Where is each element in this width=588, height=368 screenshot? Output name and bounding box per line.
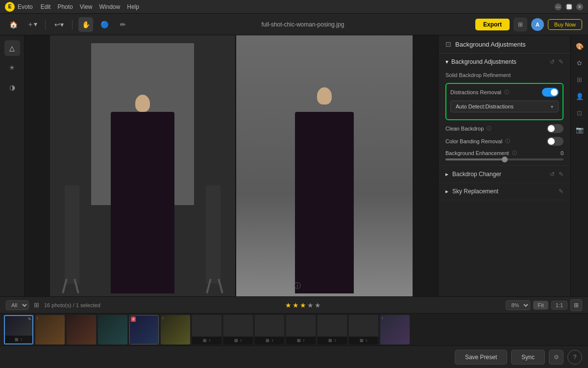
sidebar-icon-sun[interactable]: ☀ [4,60,20,76]
background-enhancement-text: Background Enhancement [445,150,509,156]
filmstrip-thumb-3[interactable] [67,315,96,344]
sky-replacement-copy-icon[interactable]: ✎ [559,188,564,195]
mini-icon-flower[interactable]: ✿ [573,56,587,70]
color-banding-removal-toggle[interactable] [547,137,564,146]
panel-header-icon: ⊡ [445,40,451,48]
clean-backdrop-info-icon[interactable]: ⓘ [487,125,491,132]
export-button[interactable]: Export [475,19,510,30]
view-grid-button[interactable]: ⊞ [570,299,582,311]
background-enhancement-label: Background Enhancement ⓘ [445,150,517,157]
backdrop-changer-item[interactable]: ▸ Backdrop Changer ↺ ✎ [439,166,570,183]
background-adjustments-section: ▾ Background Adjustments ↺ ✎ Solid Backd… [439,53,570,166]
background-enhancement-info-icon[interactable]: ⓘ [512,150,517,157]
menu-bar: E Evoto Edit Photo View Window Help — ⬜ … [0,0,588,14]
filmstrip-thumb-8[interactable]: ⊞ ↑ [223,315,253,344]
menu-item-photo[interactable]: Photo [57,3,73,10]
section-actions: ↺ ✎ [550,58,564,65]
clean-backdrop-toggle[interactable] [547,124,564,133]
background-enhancement-slider-handle[interactable] [502,157,508,162]
logo-icon: E [5,2,15,12]
photo-after-panel [236,35,413,296]
buy-now-button[interactable]: Buy Now [548,19,582,30]
filmstrip-thumb-5[interactable]: 8 [129,315,159,344]
filmstrip: ✎ ⊞ ↑ ↑ 8 ↑ [0,314,588,345]
star-4[interactable]: ★ [307,301,314,309]
mini-icon-layers[interactable]: ⊡ [573,106,587,120]
info-button[interactable]: ⓘ [294,282,301,290]
sky-replacement-actions: ✎ [559,188,564,195]
distractions-dropdown[interactable]: Auto Detect:Distractions ▾ [450,101,559,112]
filmstrip-thumb-2[interactable]: ↑ [35,315,65,344]
filmstrip-thumb-7[interactable]: ⊞ ↑ [192,315,221,344]
mini-icon-grid[interactable]: ⊞ [573,73,587,86]
backdrop-changer-copy-icon[interactable]: ✎ [559,171,564,178]
mini-icon-palette[interactable]: 🎨 [573,39,587,53]
bottom-action-bar: Save Preset Sync ⚙ ? [0,345,588,368]
star-3[interactable]: ★ [300,301,306,309]
window-controls: — ⬜ ✕ [555,3,583,10]
dropdown-value-text: Auto Detect:Distractions [456,104,514,109]
star-1[interactable]: ★ [285,301,292,309]
distractions-info-icon[interactable]: ⓘ [504,89,509,96]
clean-backdrop-text: Clean Backdrop [445,126,484,131]
section-header[interactable]: ▾ Background Adjustments ↺ ✎ [439,53,570,70]
distractions-highlight-box: Distractions Removal ⓘ Auto Detect:Distr… [445,83,564,120]
filmstrip-thumb-13[interactable]: ↑ [380,315,410,344]
reset-icon[interactable]: ↺ [550,58,555,65]
zoom-select[interactable]: 8% [506,300,530,310]
sidebar-icon-triangle[interactable]: △ [4,40,20,56]
sky-replacement-item[interactable]: ▸ Sky Replacement ✎ [439,183,570,200]
filmstrip-thumb-6[interactable]: ↑ [161,315,190,344]
close-button[interactable]: ✕ [576,3,583,10]
undo-button[interactable]: ↩▾ [51,17,66,32]
left-sidebar: △ ☀ ◑ [0,35,24,296]
menu-item-window[interactable]: Window [99,3,121,10]
mini-icon-person[interactable]: 👤 [573,89,587,103]
stamp-tool-button[interactable]: 🔵 [97,17,112,32]
brush-tool-button[interactable]: ✏ [116,17,130,32]
home-button[interactable]: 🏠 [6,17,21,32]
clean-backdrop-knob [548,125,555,132]
backdrop-changer-text: Backdrop Changer [452,171,501,178]
sync-button[interactable]: Sync [511,350,545,365]
copy-icon[interactable]: ✎ [559,58,564,65]
right-panel: ⊡ Background Adjustments ▾ Background Ad… [438,35,570,296]
menu-item-view[interactable]: View [80,3,93,10]
one-to-one-button[interactable]: 1:1 [551,301,567,310]
background-enhancement-value: 0 [561,150,564,156]
filmstrip-thumb-4[interactable] [98,315,127,344]
menu-item-evoto[interactable]: Evoto [18,3,33,10]
save-preset-button[interactable]: Save Preset [455,350,507,365]
distractions-removal-toggle[interactable] [542,88,559,97]
color-banding-removal-knob [548,138,555,145]
right-mini-sidebar: 🎨 ✿ ⊞ 👤 ⊡ 📷 [570,35,588,296]
add-button[interactable]: ＋▾ [24,17,39,32]
filmstrip-thumb-11[interactable]: ⊞ ↑ [318,315,347,344]
color-banding-info-icon[interactable]: ⓘ [505,138,510,145]
help-button[interactable]: ? [567,350,582,365]
rating-stars: ★ ★ ★ ★ ★ [285,301,321,309]
filmstrip-thumb-1[interactable]: ✎ ⊞ ↑ [4,315,33,344]
filmstrip-thumb-9[interactable]: ⊞ ↑ [255,315,284,344]
user-avatar[interactable]: A [531,18,544,31]
thumb-icon-2: ↑ [21,337,23,342]
filter-select[interactable]: All [6,300,29,310]
star-5[interactable]: ★ [315,301,321,309]
menu-item-edit[interactable]: Edit [41,3,51,10]
filmstrip-thumb-10[interactable]: ⊞ ↑ [286,315,316,344]
maximize-button[interactable]: ⬜ [565,3,572,10]
sidebar-icon-clock[interactable]: ◑ [4,79,20,95]
separator-1 [45,20,46,29]
settings-icon-button[interactable]: ⚙ [549,350,564,365]
fit-button[interactable]: Fit [533,301,548,310]
save-icon-button[interactable]: ⊞ [514,18,527,31]
menu-item-help[interactable]: Help [127,3,139,10]
backdrop-changer-reset-icon[interactable]: ↺ [550,171,555,178]
minimize-button[interactable]: — [555,3,562,10]
toolbar-right: Export ⊞ A Buy Now [475,18,582,31]
hand-tool-button[interactable]: ✋ [78,17,93,32]
mini-icon-camera[interactable]: 📷 [573,123,587,136]
background-enhancement-slider-track[interactable] [445,158,564,160]
star-2[interactable]: ★ [293,301,299,309]
filmstrip-thumb-12[interactable]: ⊞ ↑ [349,315,378,344]
